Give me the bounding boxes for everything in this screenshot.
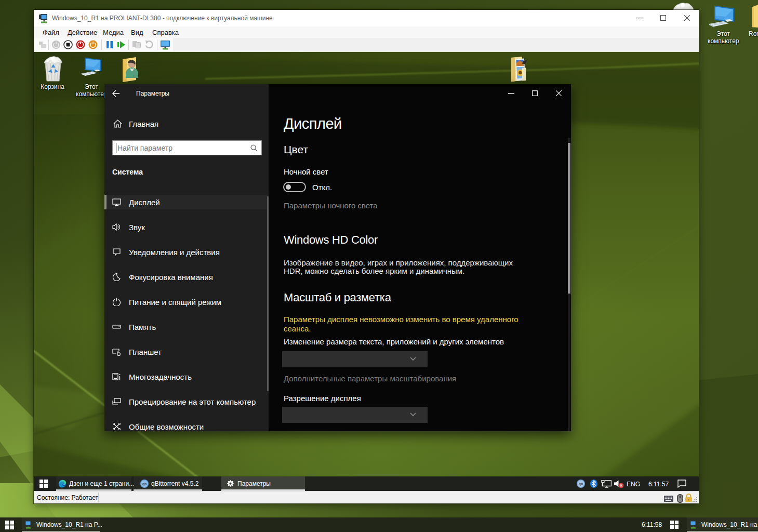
svg-text:qb: qb [579, 482, 583, 486]
svg-text:qb: qb [142, 482, 147, 486]
